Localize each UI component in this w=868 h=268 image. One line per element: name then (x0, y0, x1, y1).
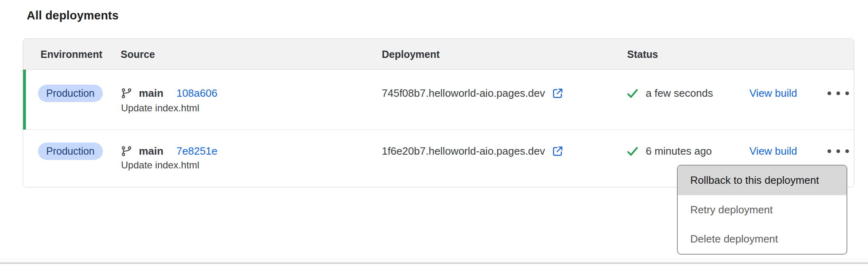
current-deployment-indicator (23, 70, 26, 130)
kebab-menu-button[interactable] (825, 85, 851, 102)
status-time: a few seconds (646, 87, 713, 100)
header-source: Source (121, 48, 155, 60)
source-cell: main 7e8251e (121, 143, 217, 160)
kebab-dot (836, 149, 840, 153)
branch-name: main (139, 87, 164, 100)
kebab-menu-button[interactable] (825, 143, 851, 160)
kebab-dot (828, 149, 831, 153)
external-link-icon[interactable] (552, 145, 564, 157)
check-icon (626, 87, 639, 100)
header-deployment: Deployment (382, 48, 440, 60)
page-title: All deployments (27, 9, 119, 22)
kebab-dot (845, 149, 849, 153)
commit-link[interactable]: 108a606 (177, 87, 217, 100)
status-cell: 6 minutes ago (626, 143, 712, 160)
kebab-dot (845, 91, 849, 95)
git-branch-icon (121, 146, 132, 157)
header-environment: Environment (40, 48, 102, 60)
environment-badge: Production (38, 85, 103, 102)
commit-message: Update index.html (121, 160, 199, 171)
branch-name: main (139, 145, 164, 157)
table-row: Production main 108a606 Update index.htm… (23, 70, 854, 130)
git-branch-icon (121, 88, 132, 99)
deployment-url: 1f6e20b7.helloworld-aio.pages.dev (382, 145, 545, 157)
check-icon (626, 145, 639, 157)
commit-message: Update index.html (121, 102, 199, 114)
environment-badge: Production (38, 143, 103, 160)
page-bottom-divider (0, 262, 868, 264)
external-link-icon[interactable] (552, 87, 564, 99)
view-build-link[interactable]: View build (749, 85, 797, 102)
status-cell: a few seconds (626, 85, 713, 102)
commit-link[interactable]: 7e8251e (177, 145, 217, 157)
deployment-context-menu: Rollback to this deployment Retry deploy… (677, 165, 847, 255)
source-cell: main 108a606 (121, 85, 217, 102)
header-status: Status (627, 48, 658, 60)
table-header-row: Environment Source Deployment Status (23, 39, 854, 70)
menu-item-rollback[interactable]: Rollback to this deployment (678, 166, 847, 195)
page-bottom-strip (0, 258, 868, 262)
menu-item-delete[interactable]: Delete deployment (678, 224, 847, 254)
kebab-dot (828, 91, 831, 95)
deployment-url: 745f08b7.helloworld-aio.pages.dev (382, 87, 545, 100)
deployment-cell: 1f6e20b7.helloworld-aio.pages.dev (382, 143, 564, 160)
status-time: 6 minutes ago (646, 145, 712, 157)
kebab-dot (836, 91, 840, 95)
menu-item-retry[interactable]: Retry deployment (678, 195, 847, 225)
deployment-cell: 745f08b7.helloworld-aio.pages.dev (382, 85, 564, 102)
view-build-link[interactable]: View build (749, 143, 797, 160)
